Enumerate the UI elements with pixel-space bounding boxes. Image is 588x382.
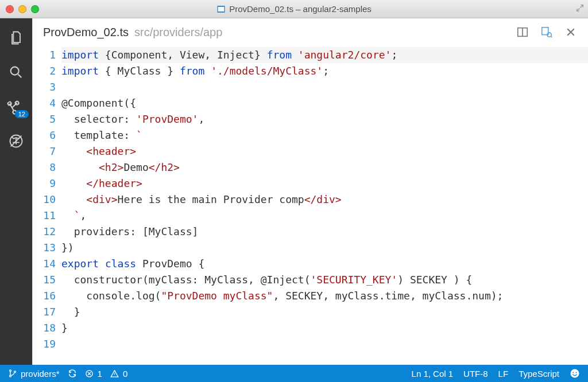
sync-button[interactable] bbox=[68, 369, 77, 378]
feedback-button[interactable] bbox=[570, 368, 580, 379]
traffic-lights bbox=[6, 5, 39, 13]
branch-icon bbox=[8, 369, 17, 378]
search-button[interactable] bbox=[7, 63, 25, 81]
sync-icon bbox=[68, 369, 77, 378]
svg-point-2 bbox=[11, 67, 19, 75]
svg-rect-1 bbox=[218, 7, 225, 11]
explorer-button[interactable] bbox=[7, 29, 25, 47]
open-file-name[interactable]: ProvDemo_02.ts bbox=[43, 26, 129, 39]
language-mode[interactable]: TypeScript bbox=[519, 369, 559, 379]
smiley-icon bbox=[570, 368, 580, 379]
branch-name: providers* bbox=[21, 369, 60, 379]
split-editor-button[interactable] bbox=[516, 25, 529, 39]
code-content[interactable]: import {Component, View, Inject} from 'a… bbox=[61, 47, 588, 365]
activity-bar: 12 bbox=[0, 18, 32, 365]
fullscreen-icon[interactable] bbox=[575, 3, 585, 15]
svg-point-14 bbox=[14, 371, 16, 373]
svg-point-13 bbox=[10, 375, 11, 377]
encoding-status[interactable]: UTF-8 bbox=[463, 369, 488, 379]
show-references-button[interactable] bbox=[540, 25, 554, 39]
status-bar: providers* 1 0 Ln 1, Col 1 UTF-8 LF Type… bbox=[0, 365, 588, 382]
close-window-button[interactable] bbox=[6, 5, 14, 13]
svg-point-16 bbox=[571, 369, 579, 378]
errors-status[interactable]: 1 bbox=[85, 369, 102, 379]
eol-status[interactable]: LF bbox=[498, 369, 509, 379]
minimize-window-button[interactable] bbox=[18, 5, 26, 13]
svg-point-12 bbox=[10, 370, 11, 372]
svg-point-18 bbox=[576, 372, 577, 373]
warning-count: 0 bbox=[123, 369, 127, 379]
svg-point-17 bbox=[572, 372, 574, 373]
git-branch-status[interactable]: providers* bbox=[8, 369, 60, 379]
source-control-badge: 12 bbox=[15, 110, 29, 118]
close-editor-button[interactable] bbox=[564, 25, 578, 39]
editor-tabline: ProvDemo_02.ts src/providers/app bbox=[33, 18, 588, 46]
svg-rect-0 bbox=[218, 6, 225, 13]
warning-icon bbox=[110, 369, 119, 378]
error-icon bbox=[85, 369, 94, 378]
open-file-path: src/providers/app bbox=[134, 26, 222, 39]
window-title: ProvDemo_02.ts – angular2-samples bbox=[229, 4, 372, 14]
code-editor[interactable]: 12345678910111213141516171819 import {Co… bbox=[33, 46, 588, 365]
window-titlebar: ProvDemo_02.ts – angular2-samples bbox=[0, 0, 588, 18]
source-control-button[interactable]: 12 bbox=[7, 98, 25, 116]
app-icon bbox=[216, 5, 226, 14]
zoom-window-button[interactable] bbox=[31, 5, 39, 13]
debug-button[interactable] bbox=[7, 132, 25, 150]
warnings-status[interactable]: 0 bbox=[110, 369, 127, 379]
error-count: 1 bbox=[98, 369, 102, 379]
cursor-position[interactable]: Ln 1, Col 1 bbox=[412, 369, 454, 379]
line-number-gutter: 12345678910111213141516171819 bbox=[33, 47, 61, 365]
